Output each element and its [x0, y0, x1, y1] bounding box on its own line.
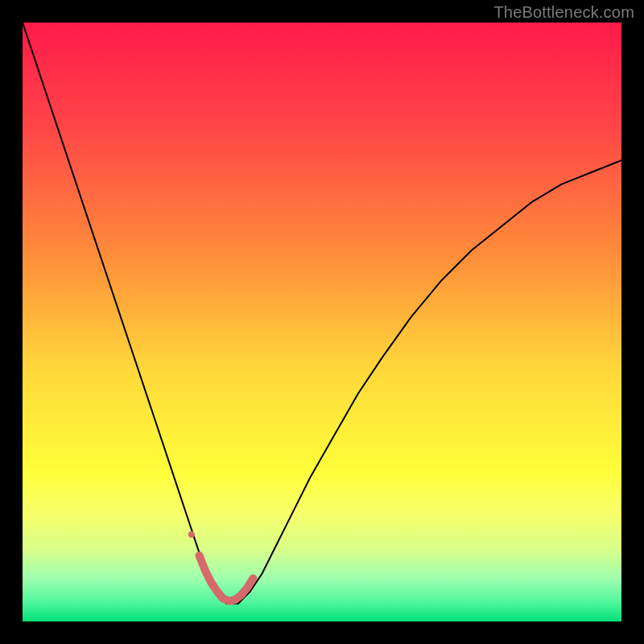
highlight-dot	[188, 531, 195, 538]
chart-svg	[23, 23, 621, 621]
watermark-text: TheBottleneck.com	[493, 3, 634, 22]
chart-plot-area	[23, 23, 621, 621]
chart-background	[23, 23, 621, 621]
chart-frame: TheBottleneck.com	[0, 0, 644, 644]
